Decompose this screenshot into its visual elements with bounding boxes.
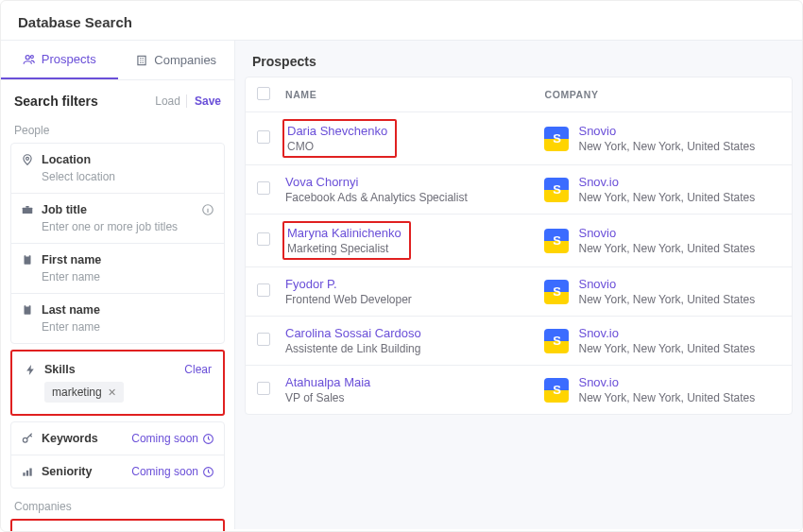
row-checkbox[interactable]	[257, 283, 270, 297]
bolt-icon	[24, 363, 37, 376]
filter-skills-highlight: Skills Clear marketing ✕	[10, 350, 225, 416]
main-title: Prospects	[252, 54, 785, 69]
table-row[interactable]: Vova ChornyiFacebook Ads & Analytics Spe…	[246, 165, 792, 215]
company-name-link[interactable]: Snov.io	[578, 375, 755, 389]
filter-seniority: Seniority Coming soon	[11, 455, 224, 488]
prospect-title: Assistente de Link Building	[285, 342, 421, 355]
tab-label: Prospects	[42, 52, 96, 66]
prospect-name-link[interactable]: Daria Shevchenko	[287, 124, 387, 138]
info-icon[interactable]	[201, 203, 214, 216]
filter-placeholder: Enter one or more job titles	[42, 220, 214, 233]
svg-rect-8	[26, 254, 29, 256]
main-panel: Prospects NAME COMPANY Daria ShevchenkoC…	[235, 41, 802, 529]
company-name-link[interactable]: Snov.io	[578, 326, 755, 340]
prospect-title: CMO	[287, 140, 387, 153]
svg-point-1	[30, 55, 33, 58]
key-icon	[21, 432, 34, 445]
filter-first-name[interactable]: First name Enter name	[11, 243, 224, 293]
table-header: NAME COMPANY	[246, 77, 792, 112]
filter-last-name[interactable]: Last name Enter name	[11, 293, 224, 343]
company-location: New York, New York, United States	[578, 242, 755, 255]
skills-chip[interactable]: marketing ✕	[44, 382, 124, 403]
company-logo: S	[544, 229, 569, 253]
people-icon	[23, 53, 36, 66]
company-logo: S	[544, 127, 569, 151]
svg-rect-14	[26, 471, 28, 476]
load-button[interactable]: Load	[155, 94, 180, 108]
filter-job-title[interactable]: Job title Enter one or more job titles	[11, 193, 224, 243]
filter-placeholder: Enter name	[42, 270, 214, 283]
filter-label: Skills	[44, 363, 76, 376]
svg-rect-13	[23, 472, 25, 476]
filter-keywords: Keywords Coming soon	[11, 422, 224, 455]
prospect-name-link[interactable]: Carolina Sossai Cardoso	[285, 326, 421, 340]
company-logo: S	[544, 329, 569, 353]
prospects-table: NAME COMPANY Daria ShevchenkoCMOSSnovioN…	[245, 77, 793, 415]
app-header: Database Search	[1, 1, 802, 41]
filter-location[interactable]: Location Select location	[11, 144, 224, 193]
svg-point-3	[26, 157, 29, 160]
prospect-name-link[interactable]: Fyodor P.	[285, 277, 412, 291]
save-button[interactable]: Save	[186, 94, 221, 108]
table-row[interactable]: Carolina Sossai CardosoAssistente de Lin…	[246, 317, 792, 366]
row-checkbox[interactable]	[257, 181, 270, 195]
company-location: New York, New York, United States	[578, 191, 755, 204]
filter-skills[interactable]: Skills Clear marketing ✕	[14, 353, 221, 412]
page-title: Database Search	[18, 14, 785, 30]
table-row[interactable]: Daria ShevchenkoCMOSSnovioNew York, New …	[246, 112, 792, 165]
tab-companies[interactable]: Companies	[118, 41, 235, 79]
company-logo: S	[544, 280, 569, 304]
row-checkbox[interactable]	[257, 333, 270, 346]
coming-soon-badge: Coming soon	[131, 432, 214, 445]
companies-section-label: Companies	[1, 494, 234, 519]
sidebar: Prospects Companies Search filters Load …	[1, 41, 235, 529]
column-company: COMPANY	[544, 89, 780, 100]
tab-prospects[interactable]: Prospects	[1, 41, 118, 79]
clipboard-icon	[21, 253, 34, 266]
filter-label: Keywords	[42, 432, 98, 445]
level-icon	[21, 465, 34, 478]
svg-rect-5	[26, 206, 29, 208]
svg-rect-2	[138, 56, 145, 64]
prospect-name-link[interactable]: Atahualpa Maia	[285, 375, 370, 389]
prospect-title: Marketing Specialist	[287, 242, 402, 255]
filter-label: First name	[42, 253, 101, 266]
filter-placeholder: Select location	[42, 170, 214, 183]
row-checkbox[interactable]	[257, 130, 270, 144]
table-row[interactable]: Fyodor P.Frontend Web DeveloperSSnovioNe…	[246, 267, 792, 317]
svg-point-0	[26, 55, 29, 59]
company-location: New York, New York, United States	[578, 140, 755, 153]
company-name-link[interactable]: Snovio	[578, 124, 755, 138]
company-name-link[interactable]: Snovio	[578, 277, 755, 291]
table-row[interactable]: Atahualpa MaiaVP of SalesSSnov.ioNew Yor…	[246, 366, 792, 414]
chip-remove-icon[interactable]: ✕	[108, 386, 116, 399]
clock-icon	[202, 433, 214, 445]
filter-company-name[interactable]: Company name Clear Snov.io ✕	[14, 523, 221, 532]
prospect-name-link[interactable]: Maryna Kalinichenko	[287, 226, 402, 240]
filter-label: Last name	[42, 303, 100, 317]
svg-rect-15	[29, 469, 31, 476]
company-logo: S	[544, 378, 569, 403]
company-name-link[interactable]: Snov.io	[578, 175, 755, 189]
clear-button[interactable]: Clear	[184, 363, 212, 376]
company-location: New York, New York, United States	[578, 391, 755, 404]
tab-label: Companies	[154, 53, 216, 67]
company-location: New York, New York, United States	[578, 293, 755, 306]
clock-icon	[202, 466, 214, 478]
prospect-name-link[interactable]: Vova Chornyi	[285, 175, 468, 189]
row-checkbox[interactable]	[257, 232, 270, 246]
location-icon	[21, 153, 34, 166]
prospect-title: VP of Sales	[285, 391, 370, 404]
company-name-link[interactable]: Snovio	[578, 226, 755, 240]
briefcase-icon	[21, 203, 34, 216]
filter-company-name-highlight: Company name Clear Snov.io ✕	[10, 519, 225, 532]
layout: Prospects Companies Search filters Load …	[1, 41, 802, 529]
table-row[interactable]: Maryna KalinichenkoMarketing SpecialistS…	[246, 215, 792, 267]
column-name: NAME	[285, 89, 544, 100]
select-all-checkbox[interactable]	[257, 87, 270, 100]
people-filter-group: Location Select location Job title Enter…	[10, 143, 225, 344]
people-section-label: People	[1, 118, 234, 143]
svg-rect-10	[26, 304, 29, 306]
prospect-title: Facebook Ads & Analytics Specialist	[285, 191, 468, 204]
row-checkbox[interactable]	[257, 382, 270, 395]
